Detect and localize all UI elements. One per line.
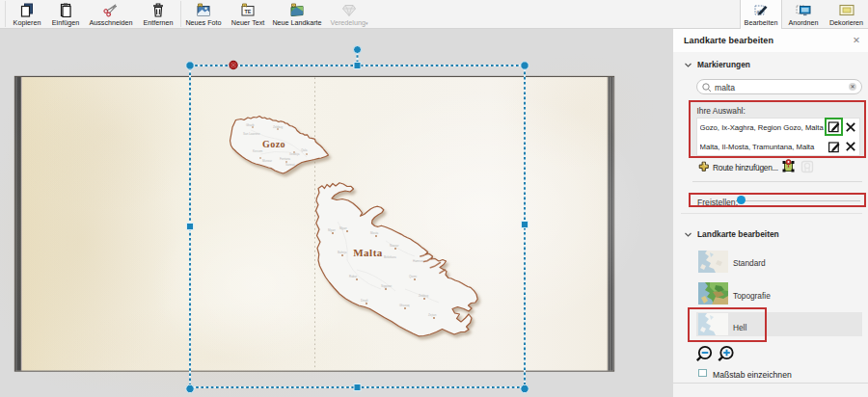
svg-text:Mosta: Mosta [370,231,379,235]
svg-text:Zejtun: Zejtun [428,313,437,317]
svg-text:Zebbug: Zebbug [419,294,429,298]
svg-text:Hamrun: Hamrun [413,259,423,263]
svg-text:Dingli: Dingli [361,299,368,303]
svg-text:Naxxar: Naxxar [390,244,399,248]
svg-text:San Lawrenz: San Lawrenz [243,132,260,136]
svg-text:Gozo: Gozo [262,139,285,149]
svg-text:Ghaxaq: Ghaxaq [399,304,410,307]
svg-text:Qala: Qala [301,148,308,152]
svg-text:Qormi: Qormi [409,275,418,278]
svg-text:Malta: Malta [353,247,383,258]
svg-text:Bahrija: Bahrija [338,251,347,254]
svg-text:Fontana: Fontana [280,157,290,161]
svg-text:Mgarr: Mgarr [339,226,347,230]
svg-text:Siggiewi: Siggiewi [381,284,393,288]
svg-text:Sannat: Sannat [285,163,295,167]
svg-text:TE: TE [244,9,251,14]
svg-text:Mgarr: Mgarr [328,228,336,232]
svg-text:Zebbug: Zebbug [273,125,284,129]
svg-text:Rabat: Rabat [349,275,357,278]
svg-text:Kercem: Kercem [253,149,263,153]
svg-text:Munxar: Munxar [262,159,272,163]
svg-text:Birkirkara: Birkirkara [384,255,396,259]
svg-text:Xewkija: Xewkija [289,152,300,156]
svg-text:Gharb: Gharb [246,123,255,127]
